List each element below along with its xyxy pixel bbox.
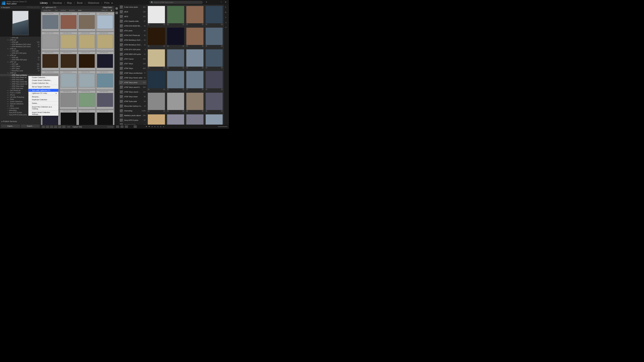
settings-icon[interactable]: ⚙: [225, 1, 227, 3]
navigator-zoom-presets[interactable]: FIT FILL 1:1 2:1: [27, 6, 40, 8]
cc-album-row[interactable]: d794 Worlebury DxO...18: [119, 42, 146, 47]
thumbnail-cell[interactable]: 14d798-5026.CR2: [60, 71, 77, 90]
collection-row[interactable]: ▭d793 (all): [0, 37, 41, 39]
collection-context-menu[interactable]: Create Collection...Create Smart Collect…: [28, 76, 58, 116]
flag-icon[interactable]: [186, 67, 188, 68]
sort-value[interactable]: Capture Time: [72, 126, 82, 128]
cc-album-row[interactable]: d794 DxO PhotoLab33: [119, 33, 146, 38]
flag-icon[interactable]: [206, 45, 207, 47]
flag-icon[interactable]: [148, 23, 149, 25]
cc-album-row[interactable]: d797 Canon193: [119, 56, 146, 61]
cc-square-grid-icon[interactable]: [120, 125, 124, 128]
filter-lock-icon[interactable]: 🔒: [110, 9, 113, 11]
cc-thumbnail-cell[interactable]: [148, 71, 165, 90]
cc-thumbnail-cell[interactable]: [167, 93, 184, 112]
cc-thumbnail-slider[interactable]: [218, 126, 227, 127]
flag-icon[interactable]: [167, 23, 169, 25]
cc-grid-area[interactable]: [146, 5, 224, 125]
flag-icon[interactable]: [167, 89, 169, 90]
cc-thumbnail-cell[interactable]: [206, 114, 223, 125]
cc-sort-icon[interactable]: [134, 125, 137, 128]
cc-thumbnail-cell[interactable]: [206, 93, 223, 112]
cc-album-row[interactable]: d798 Tokyo808: [119, 66, 146, 71]
context-menu-item[interactable]: Rename...: [28, 95, 58, 98]
cc-album-row[interactable]: Matilda's photo album295: [119, 113, 146, 118]
collection-row[interactable]: ▭d794 (all)166: [0, 41, 41, 43]
flag-icon[interactable]: [206, 89, 207, 90]
flag-icon[interactable]: [206, 110, 207, 112]
tab-library[interactable]: Library: [40, 1, 48, 4]
tab-map[interactable]: Map: [67, 1, 72, 4]
thumbnail-cell[interactable]: 7d798-5019.CR2: [78, 32, 96, 51]
add-photos-icon[interactable]: [116, 7, 118, 10]
collection-row[interactable]: ▭d795 GFX H2H picks4: [0, 52, 41, 54]
collection-row[interactable]: ▾ ▭d795 set: [0, 48, 41, 50]
thumbnail-cell[interactable]: 22d798-5034.CR2: [60, 110, 77, 125]
thumbnail-cell[interactable]: 18d798-5030.CR2: [60, 90, 77, 109]
cc-thumbnail-cell[interactable]: [167, 6, 184, 25]
context-menu-item[interactable]: Delete...: [28, 102, 58, 105]
collection-row[interactable]: ▾ ▭d798 set: [0, 72, 41, 74]
cc-thumbnail-cell[interactable]: [186, 6, 204, 25]
thumbnail-cell[interactable]: 9d798-5021.CR2: [42, 51, 59, 70]
rating-stars[interactable]: ★ ★ ★ ★ ★: [151, 125, 165, 128]
cc-thumbnail-cell[interactable]: [167, 28, 184, 47]
cc-album-row[interactable]: Interesting4,285: [119, 108, 146, 113]
crop-icon[interactable]: ⧉: [225, 11, 228, 14]
flag-pick-icon[interactable]: ⚑: [146, 126, 147, 128]
thumbnail-cell[interactable]: 19d798-5031.CR2: [78, 90, 96, 109]
cc-album-row[interactable]: d789 EOS M100 RAW p...23: [119, 23, 146, 28]
collection-row[interactable]: ▭d794 Worlebury DxO mono18: [0, 45, 41, 48]
thumbnail-cell[interactable]: 15d798-5027.CR2: [78, 71, 96, 90]
cc-thumbnail-cell[interactable]: [148, 93, 165, 112]
flag-icon[interactable]: [148, 89, 149, 90]
context-menu-item[interactable]: Import Smart Collection Settings...: [28, 111, 58, 116]
cc-thumbnail-cell[interactable]: [148, 49, 165, 69]
export-button[interactable]: Export...: [21, 124, 40, 128]
cc-album-row[interactable]: d794 Worlebury DxO c...16: [119, 38, 146, 42]
cc-album-row[interactable]: d798 Toyko park54: [119, 99, 146, 104]
collection-row[interactable]: ▾ ▭d797 set: [0, 61, 41, 63]
cc-album-row[interactable]: d791 picks64: [119, 28, 146, 33]
filter-metadata[interactable]: Metadata: [68, 9, 76, 11]
cc-album-row[interactable]: d798 Tokyo sword figh...394: [119, 85, 146, 89]
cc-thumbnail-cell[interactable]: [167, 49, 184, 69]
context-menu-item[interactable]: Create Collection...: [28, 76, 58, 79]
my-photos-icon[interactable]: [116, 12, 118, 14]
collection-row[interactable]: ▭d797 (all)298: [0, 63, 41, 65]
thumbnail-cell[interactable]: 3d798-5015.CR2: [78, 12, 96, 31]
thumbnail-cell[interactable]: 5d798-5017.CR2: [42, 32, 59, 51]
flag-reject-icon[interactable]: ⚑: [148, 126, 150, 128]
tab-print[interactable]: Print: [104, 1, 110, 4]
thumbnail-cell[interactable]: 16d798-5028.CR2: [96, 71, 114, 90]
cc-thumbnail-cell[interactable]: [206, 28, 223, 47]
people-view-icon[interactable]: [58, 125, 61, 128]
painter-icon[interactable]: [62, 125, 66, 128]
collection-row[interactable]: ▭d794 Worlebury DxO colour16: [0, 43, 41, 45]
thumbnail-cell[interactable]: 20d798-5032.CR2: [96, 90, 114, 109]
flag-icon[interactable]: [148, 110, 149, 112]
context-menu-item[interactable]: Create Smart Collection...: [28, 79, 58, 82]
cc-search-field[interactable]: 🔍: [149, 1, 203, 4]
thumbnail-cell[interactable]: 1d798-5013.CR2: [42, 12, 59, 31]
thumbnail-cell[interactable]: 24d798-5036.CR2: [96, 110, 114, 125]
cc-album-row[interactable]: d798 Tokyo picks211: [119, 80, 146, 85]
cc-album-row[interactable]: d797 Tokyo104: [119, 61, 146, 66]
cc-album-row[interactable]: d798 Tokyo sword maker132: [119, 89, 146, 94]
context-menu-item[interactable]: Export this Collection as a Catalog...: [28, 105, 58, 110]
collection-row[interactable]: ▭PhotoPlus cover19: [0, 70, 41, 72]
more-icon[interactable]: ▸: [112, 1, 113, 4]
cc-album-row[interactable]: d798 Tokyo flower artist91: [119, 75, 146, 80]
compare-view-icon[interactable]: [50, 125, 53, 128]
cc-thumbnail-cell[interactable]: [186, 49, 204, 69]
tab-book[interactable]: Book: [77, 1, 82, 4]
import-button[interactable]: Import...: [1, 124, 20, 128]
thumbnail-cell[interactable]: 10d798-5022.CR2: [60, 51, 77, 70]
filter-attribute[interactable]: Attribute: [60, 9, 67, 11]
grid-view-icon[interactable]: [42, 125, 45, 128]
make-public-button[interactable]: Make Public: [102, 6, 113, 9]
cc-thumbnail-cell[interactable]: [186, 28, 204, 47]
cc-thumbnail-cell[interactable]: [186, 93, 204, 112]
cc-thumbnail-cell[interactable]: [167, 114, 184, 125]
cc-album-row[interactable]: 5-star mono picks431: [119, 5, 146, 9]
